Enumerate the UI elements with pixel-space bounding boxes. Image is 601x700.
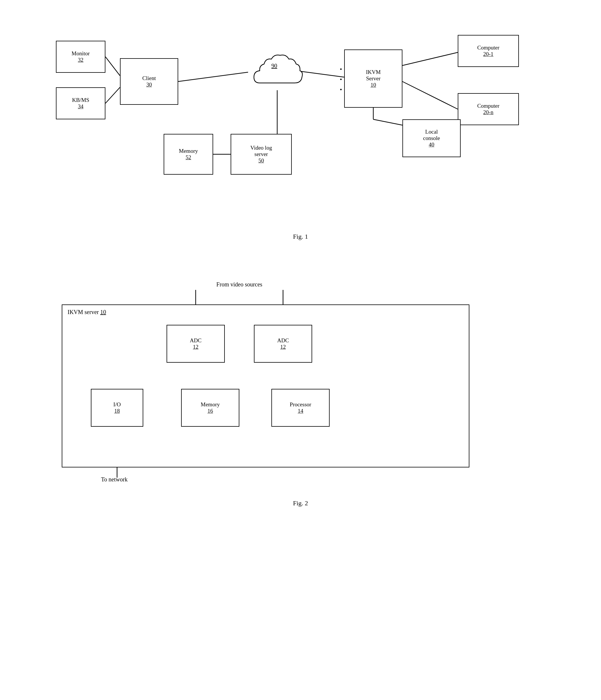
adc1-box: ADC 12 — [167, 325, 225, 362]
monitor-num: 32 — [78, 57, 83, 63]
cloud-num: 90 — [271, 62, 277, 69]
svg-line-2 — [178, 72, 248, 81]
fig2-caption: Fig. 2 — [39, 499, 562, 507]
fig1-caption: Fig. 1 — [39, 233, 562, 241]
io-num: 18 — [115, 408, 120, 414]
io-box: I/O 18 — [91, 389, 143, 427]
svg-line-3 — [300, 71, 344, 77]
kbms-label: KB/MS — [72, 97, 89, 103]
client-label: Client — [142, 75, 156, 81]
memory52-num: 52 — [186, 154, 191, 161]
computer1-box: Computer 20-1 — [458, 35, 519, 67]
ikvm-server-label: IKVM server 10 — [68, 309, 106, 316]
computern-label: Computer — [477, 103, 499, 109]
adc2-label: ADC — [277, 338, 289, 344]
computern-box: Computer 20-n — [458, 93, 519, 125]
monitor-box: Monitor 32 — [56, 41, 105, 73]
memory52-label: Memory — [179, 148, 198, 154]
local-console-box: Localconsole 40 — [403, 119, 461, 157]
cloud-node: 90 — [248, 47, 306, 99]
memory16-num: 16 — [208, 408, 213, 414]
monitor-label: Monitor — [72, 50, 90, 57]
io-label: I/O — [113, 401, 121, 408]
adc2-box: ADC 12 — [254, 325, 312, 362]
ellipsis-dots: • • • — [340, 64, 343, 95]
svg-line-7 — [403, 81, 458, 109]
computer1-label: Computer — [477, 45, 499, 51]
ikvm-server-num: 10 — [100, 309, 106, 315]
svg-line-1 — [105, 87, 120, 103]
svg-line-0 — [105, 57, 120, 76]
memory16-label: Memory — [201, 401, 220, 408]
fig1-container: Monitor 32 KB/MS 34 Client 30 90 — [39, 23, 562, 241]
computern-num: 20-n — [483, 109, 494, 116]
fig1-diagram: Monitor 32 KB/MS 34 Client 30 90 — [39, 23, 562, 227]
adc1-label: ADC — [190, 338, 201, 344]
svg-line-6 — [403, 52, 458, 66]
kbms-num: 34 — [78, 103, 83, 110]
fig2-diagram: From video sources — [39, 275, 562, 494]
kbms-box: KB/MS 34 — [56, 87, 105, 119]
vls-label: Video logserver — [250, 145, 272, 157]
vls-num: 50 — [259, 157, 264, 164]
adc2-num: 12 — [281, 344, 286, 350]
lcon-label: Localconsole — [423, 129, 440, 142]
processor-label: Processor — [290, 401, 311, 408]
ikvm-box: IKVMServer 10 — [344, 49, 403, 108]
lcon-num: 40 — [429, 142, 434, 148]
svg-line-9 — [373, 119, 403, 125]
memory52-box: Memory 52 — [164, 134, 213, 175]
client-num: 30 — [146, 81, 152, 88]
adc1-num: 12 — [193, 344, 198, 350]
computer1-num: 20-1 — [483, 51, 494, 57]
cloud-svg — [251, 51, 304, 95]
fig2-container: From video sources — [39, 275, 562, 507]
processor-num: 14 — [298, 408, 304, 414]
ikvm-num: 10 — [371, 82, 376, 88]
client-box: Client 30 — [120, 58, 178, 105]
processor-box: Processor 14 — [271, 389, 330, 427]
to-network-label: To network — [101, 476, 127, 483]
memory16-box: Memory 16 — [181, 389, 239, 427]
ikvm-label: IKVMServer — [366, 69, 381, 82]
from-video-label: From video sources — [181, 281, 297, 288]
video-log-server-box: Video logserver 50 — [231, 134, 292, 175]
